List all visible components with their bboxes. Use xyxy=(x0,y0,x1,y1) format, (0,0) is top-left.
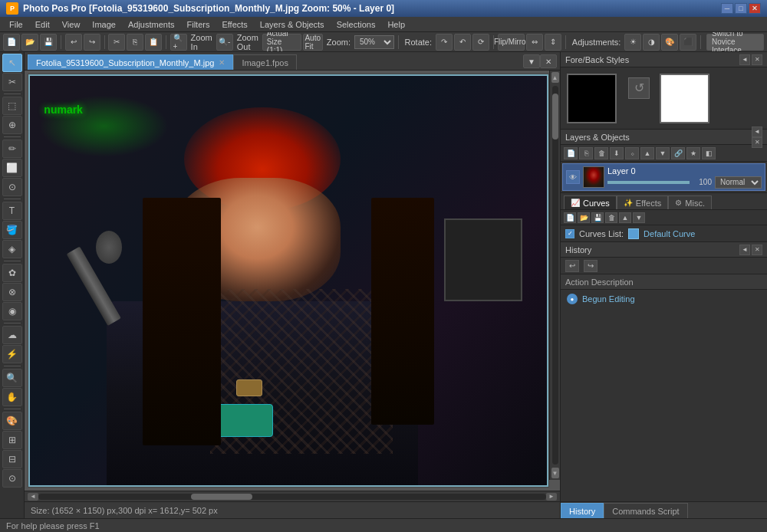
layer-blend-mode[interactable]: Normal Multiply Screen Overlay xyxy=(715,176,762,189)
maximize-button[interactable]: □ xyxy=(735,3,747,14)
actual-size-btn[interactable]: Actual Size (1:1) xyxy=(262,34,301,51)
menu-adjustments[interactable]: Adjustments xyxy=(122,18,181,31)
menu-filters[interactable]: Filters xyxy=(180,18,216,31)
redo-btn[interactable]: ↪ xyxy=(84,34,100,51)
tab-menu-btn[interactable]: ▼ xyxy=(523,54,540,68)
cut-btn[interactable]: ✂ xyxy=(108,34,125,51)
layer-opacity-slider[interactable] xyxy=(607,181,690,184)
layer-visibility-toggle[interactable]: 👁 xyxy=(566,170,580,184)
close-button[interactable]: ✕ xyxy=(749,3,761,14)
layer-row-0[interactable]: 👁 Layer 0 100 Normal Multiply Sc xyxy=(562,163,765,191)
new-btn[interactable]: 📄 xyxy=(3,34,20,51)
tool-patch[interactable]: ⊗ xyxy=(2,283,22,301)
v-scrollbar[interactable]: ▲ ▼ xyxy=(549,71,560,480)
auto-fit-btn[interactable]: Auto Fit xyxy=(303,34,323,51)
scroll-left-btn[interactable]: ◄ xyxy=(28,493,38,501)
adj-save-btn[interactable]: 💾 xyxy=(591,212,604,223)
adj-open-btn[interactable]: 📂 xyxy=(578,212,590,223)
fore-back-close-btn[interactable]: ✕ xyxy=(752,54,762,65)
history-item-0[interactable]: ● Begun Editing xyxy=(562,291,765,307)
menu-help[interactable]: Help xyxy=(381,18,411,31)
adj-sat-btn[interactable]: ⬛ xyxy=(680,34,696,51)
tab-main-image[interactable]: Fotolia_95319600_Subscription_Monthly_M.… xyxy=(28,54,233,70)
layer-new-btn[interactable]: 📄 xyxy=(564,147,578,159)
save-btn[interactable]: 💾 xyxy=(40,34,57,51)
layer-fx-btn[interactable]: ★ xyxy=(686,147,700,159)
tab-curves[interactable]: 📈 Curves xyxy=(564,195,617,209)
tab-commands-script[interactable]: Commands Script xyxy=(604,503,687,518)
fore-back-pin-btn[interactable]: ◄ xyxy=(739,54,750,65)
zoom-in-btn[interactable]: 🔍+ xyxy=(170,34,187,51)
copy-btn[interactable]: ⎘ xyxy=(127,34,143,51)
menu-view[interactable]: View xyxy=(56,18,87,31)
minimize-button[interactable]: ─ xyxy=(721,3,733,14)
tool-redeye[interactable]: ◉ xyxy=(2,302,22,320)
adj-down-btn[interactable]: ▼ xyxy=(633,212,645,223)
tool-brush[interactable]: ✏ xyxy=(2,140,22,158)
h-scrollbar[interactable]: ◄ ► xyxy=(25,491,560,501)
layer-link-btn[interactable]: 🔗 xyxy=(671,147,685,159)
canvas-image[interactable]: numark xyxy=(28,74,549,488)
tab-image1[interactable]: Image1.fpos xyxy=(233,54,297,70)
menu-selections[interactable]: Selections xyxy=(331,18,382,31)
adj-hue-btn[interactable]: 🎨 xyxy=(661,34,678,51)
layer-down-btn[interactable]: ▼ xyxy=(656,147,670,159)
tab-history[interactable]: History xyxy=(561,503,604,518)
curves-list-checkbox[interactable]: ✓ xyxy=(565,229,574,238)
tool-misc1[interactable]: ⊟ xyxy=(2,450,22,468)
tool-clone[interactable]: ⊙ xyxy=(2,178,22,196)
menu-edit[interactable]: Edit xyxy=(29,18,56,31)
layer-flatten-btn[interactable]: ⬦ xyxy=(625,147,639,159)
menu-layers[interactable]: Layers & Objects xyxy=(254,18,331,31)
history-redo-btn[interactable]: ↪ xyxy=(584,260,597,272)
layer-merge-btn[interactable]: ⬇ xyxy=(610,147,624,159)
tool-blur[interactable]: ☁ xyxy=(2,326,22,344)
h-scroll-track[interactable] xyxy=(38,494,546,500)
zoom-select[interactable]: 50%25%75%100% xyxy=(354,35,394,49)
menu-file[interactable]: File xyxy=(3,18,29,31)
canvas-scroll[interactable]: ▲ ▼ numark xyxy=(25,71,560,491)
undo-btn[interactable]: ↩ xyxy=(65,34,82,51)
tool-zoom[interactable]: 🔍 xyxy=(2,369,22,387)
curves-color-swatch[interactable] xyxy=(628,228,639,239)
tool-text[interactable]: T xyxy=(2,202,22,220)
tool-rect-select[interactable]: ⬚ xyxy=(2,97,22,115)
tool-eraser[interactable]: ⬜ xyxy=(2,159,22,177)
adj-new-btn[interactable]: 📄 xyxy=(564,212,576,223)
tool-spot-heal[interactable]: ✿ xyxy=(2,264,22,282)
background-swatch[interactable] xyxy=(660,74,709,123)
tool-crop[interactable]: ✂ xyxy=(2,73,22,91)
swap-colors-btn[interactable]: ↺ xyxy=(628,77,650,99)
paste-btn[interactable]: 📋 xyxy=(145,34,162,51)
tool-fill[interactable]: 🪣 xyxy=(2,221,22,239)
foreground-swatch[interactable] xyxy=(567,74,617,123)
menu-effects[interactable]: Effects xyxy=(216,18,253,31)
tab-close-btn[interactable]: ✕ xyxy=(540,54,557,68)
history-undo-btn[interactable]: ↩ xyxy=(565,260,579,272)
layer-up-btn[interactable]: ▲ xyxy=(640,147,654,159)
menu-image[interactable]: Image xyxy=(86,18,122,31)
tool-sharpen[interactable]: ⚡ xyxy=(2,345,22,363)
tab-effects[interactable]: ✨ Effects xyxy=(617,195,668,209)
rotate-free-btn[interactable]: ⟳ xyxy=(472,34,489,51)
layers-pin-btn[interactable]: ◄ xyxy=(752,126,762,137)
flip-v-btn[interactable]: ⇕ xyxy=(545,34,561,51)
tool-gradient[interactable]: ◈ xyxy=(2,240,22,258)
tab-misc[interactable]: ⚙ Misc. xyxy=(668,195,712,209)
zoom-out-btn[interactable]: 🔍- xyxy=(216,34,233,51)
open-btn[interactable]: 📂 xyxy=(21,34,38,51)
adj-bright-btn[interactable]: ☀ xyxy=(624,34,641,51)
adj-up-btn[interactable]: ▲ xyxy=(619,212,631,223)
history-close-btn[interactable]: ✕ xyxy=(752,245,762,255)
flip-mirror-btn[interactable]: Flip/Mirror xyxy=(498,34,525,51)
layers-close-btn[interactable]: ✕ xyxy=(752,137,762,148)
rotate-ccw-btn[interactable]: ↶ xyxy=(454,34,471,51)
scroll-right-btn[interactable]: ► xyxy=(546,493,557,501)
tool-select[interactable]: ↖ xyxy=(2,54,22,72)
layer-duplicate-btn[interactable]: ⎘ xyxy=(579,147,593,159)
tool-lasso[interactable]: ⊕ xyxy=(2,116,22,134)
switch-interface-btn[interactable]: Switch to Novice Interface xyxy=(706,34,764,51)
tab-main-close[interactable]: ✕ xyxy=(219,58,225,67)
tool-measure[interactable]: ⊞ xyxy=(2,431,22,449)
flip-h-btn[interactable]: ⇔ xyxy=(526,34,543,51)
